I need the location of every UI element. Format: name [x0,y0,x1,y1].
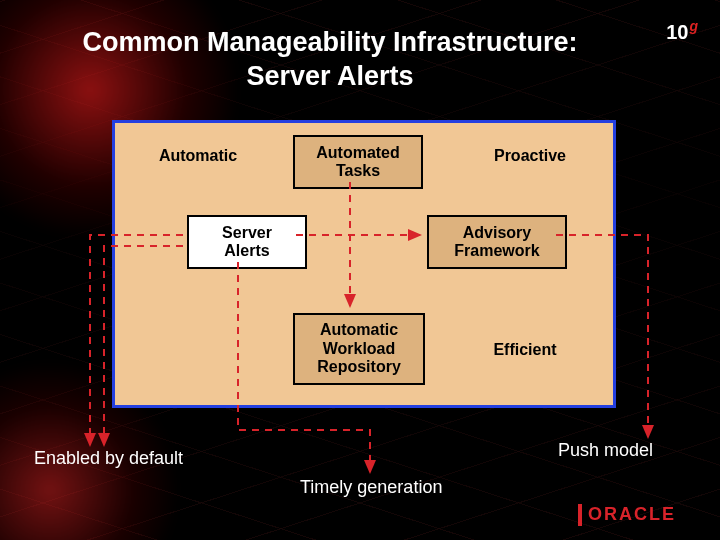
logo-10g-number: 10 [666,21,688,43]
label-proactive: Proactive [475,147,585,165]
logo-oracle-text: ORACLE [588,504,676,525]
title-line-1: Common Manageability Infrastructure: [82,27,577,57]
box-advisory-framework: Advisory Framework [427,215,567,269]
label-automatic: Automatic [143,147,253,165]
title-line-2: Server Alerts [246,61,413,91]
diagram-canvas: Automatic Automated Tasks Proactive Serv… [112,120,616,408]
logo-oracle: ORACLE [578,504,698,526]
box-automated-tasks: Automated Tasks [293,135,423,189]
label-enabled-by-default: Enabled by default [34,448,183,469]
label-timely-generation: Timely generation [300,477,442,498]
slide: Common Manageability Infrastructure: Ser… [0,0,720,540]
slide-title: Common Manageability Infrastructure: Ser… [0,26,660,94]
logo-oracle-bar [578,504,582,526]
logo-10g: 10g [666,18,698,44]
logo-10g-suffix: g [689,18,698,34]
label-efficient: Efficient [475,341,575,359]
box-server-alerts: Server Alerts [187,215,307,269]
box-awr: Automatic Workload Repository [293,313,425,385]
label-push-model: Push model [558,440,653,461]
